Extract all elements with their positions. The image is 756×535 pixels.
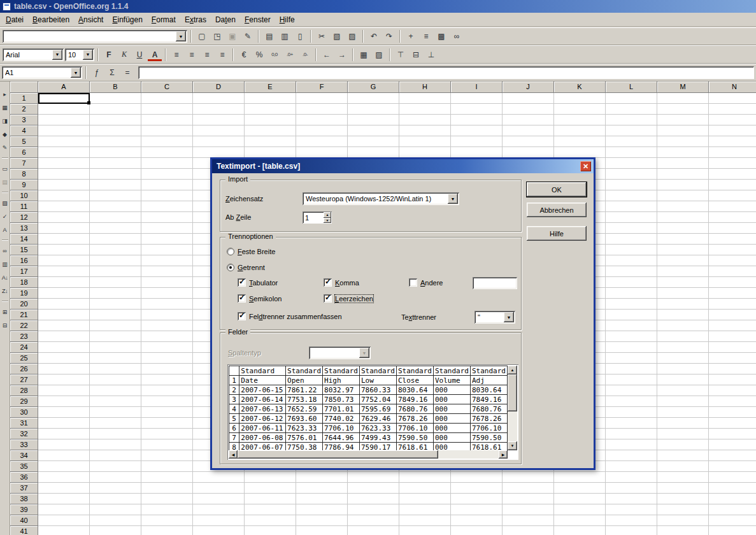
from-row-spinner[interactable]: 1 ▲ ▼ (303, 211, 332, 224)
preview-horizontal-scrollbar[interactable]: ◀ ▶ (229, 450, 508, 459)
row-header-24[interactable]: 24 (10, 342, 38, 353)
sum-icon[interactable]: Σ (105, 66, 119, 80)
align-center-vertical-icon[interactable]: ⊟ (409, 48, 423, 61)
italic-icon[interactable]: K (117, 48, 131, 61)
row-header-5[interactable]: 5 (10, 136, 38, 147)
row-header-25[interactable]: 25 (10, 353, 38, 364)
formula-input[interactable] (138, 66, 754, 79)
column-header-H[interactable]: H (399, 82, 451, 93)
preview-vertical-scrollbar[interactable]: ▲ ▼ (508, 366, 517, 450)
font-name-combo[interactable]: Arial ▼ (3, 48, 64, 61)
preview-table-viewport[interactable]: StandardStandardStandardStandardStandard… (229, 366, 508, 450)
menu-bearbeiten[interactable]: Bearbeiten (28, 13, 74, 26)
row-header-35[interactable]: 35 (10, 461, 38, 472)
chevron-down-icon[interactable]: ▼ (448, 194, 458, 204)
print-icon[interactable]: ▥ (278, 30, 292, 43)
align-bottom-icon[interactable]: ⊥ (424, 48, 438, 61)
chevron-down-icon[interactable]: ▼ (71, 68, 81, 78)
align-right-icon[interactable]: ≡ (200, 48, 214, 61)
align-left-icon[interactable]: ≡ (169, 48, 183, 61)
navigator-icon[interactable]: + (404, 30, 418, 43)
row-header-32[interactable]: 32 (10, 429, 38, 439)
row-header-37[interactable]: 37 (10, 483, 38, 494)
increase-indent-icon[interactable]: → (335, 48, 349, 61)
form-functions-icon[interactable]: ▭ (0, 164, 10, 173)
preview-column-header-5[interactable]: Standard (396, 366, 433, 376)
function-icon[interactable]: = (120, 66, 134, 80)
active-cell-selection[interactable] (38, 93, 90, 104)
menu-datei[interactable]: Datei (1, 13, 28, 26)
stylist-icon[interactable]: ≡ (419, 30, 433, 43)
charset-combo[interactable]: Westeuropa (Windows-1252/WinLatin 1) ▼ (303, 192, 459, 205)
row-header-2[interactable]: 2 (10, 104, 38, 115)
page-preview-icon[interactable]: ▯ (293, 30, 307, 43)
row-header-7[interactable]: 7 (10, 158, 38, 169)
menu-einfügen[interactable]: Einfügen (108, 13, 146, 26)
menu-fenster[interactable]: Fenster (240, 13, 275, 26)
merge-delimiters-checkbox[interactable]: Feldtrenner zusammenfassen (238, 312, 342, 320)
space-checkbox[interactable]: Leerzeichen (324, 294, 373, 303)
row-header-21[interactable]: 21 (10, 310, 38, 320)
row-header-16[interactable]: 16 (10, 255, 38, 266)
horizontal-scroll-thumb[interactable] (238, 450, 438, 459)
underline-icon[interactable]: U (132, 48, 146, 61)
row-header-1[interactable]: 1 (10, 93, 38, 104)
vertical-scroll-thumb[interactable] (508, 374, 517, 411)
row-header-28[interactable]: 28 (10, 385, 38, 396)
column-header-M[interactable]: M (657, 82, 709, 93)
fixed-width-radio[interactable]: Feste Breite (227, 248, 275, 255)
font-color-icon[interactable]: A (148, 48, 162, 61)
ok-button[interactable]: OK (527, 182, 587, 197)
tab-checkbox[interactable]: Tabulator (238, 278, 278, 287)
row-header-18[interactable]: 18 (10, 277, 38, 288)
spin-up-icon[interactable]: ▲ (324, 212, 331, 218)
row-header-27[interactable]: 27 (10, 374, 38, 385)
menu-ansicht[interactable]: Ansicht (74, 13, 108, 26)
column-header-B[interactable]: B (90, 82, 141, 93)
row-header-17[interactable]: 17 (10, 266, 38, 277)
row-header-33[interactable]: 33 (10, 439, 38, 450)
borders-icon[interactable]: ▦ (357, 48, 371, 61)
paste-icon[interactable]: ▨ (345, 30, 359, 43)
preview-column-header-6[interactable]: Standard (433, 366, 470, 376)
redo-icon[interactable]: ↷ (382, 30, 396, 43)
row-header-10[interactable]: 10 (10, 190, 38, 201)
decrease-indent-icon[interactable]: ← (320, 48, 334, 61)
row-header-36[interactable]: 36 (10, 472, 38, 483)
other-checkbox[interactable]: Andere (409, 278, 443, 287)
preview-column-header-1[interactable]: Standard (239, 366, 286, 376)
column-header-L[interactable]: L (606, 82, 657, 93)
row-header-20[interactable]: 20 (10, 299, 38, 310)
scroll-left-icon[interactable]: ◀ (229, 450, 238, 459)
row-header-30[interactable]: 30 (10, 407, 38, 418)
dialog-titlebar[interactable]: Textimport - [table.csv] ✕ (212, 159, 594, 173)
row-header-14[interactable]: 14 (10, 234, 38, 245)
number-format-standard-icon[interactable]: 0,0 (267, 48, 282, 61)
chevron-down-icon[interactable]: ▼ (52, 50, 62, 60)
copy-icon[interactable]: ▧ (330, 30, 344, 43)
row-header-3[interactable]: 3 (10, 115, 38, 125)
column-header-D[interactable]: D (193, 82, 245, 93)
separated-radio[interactable]: Getrennt (227, 264, 265, 271)
font-size-combo[interactable]: 10 ▼ (65, 48, 94, 61)
row-header-40[interactable]: 40 (10, 515, 38, 526)
scroll-down-icon[interactable]: ▼ (508, 441, 517, 450)
draw-functions-icon[interactable]: ✎ (0, 143, 10, 152)
column-header-I[interactable]: I (451, 82, 503, 93)
number-format-currency-icon[interactable]: € (237, 48, 251, 61)
column-header-F[interactable]: F (296, 82, 348, 93)
spin-down-icon[interactable]: ▼ (324, 218, 331, 224)
scroll-up-icon[interactable]: ▲ (508, 366, 517, 374)
load-url-combo[interactable]: ▼ (3, 30, 187, 43)
row-header-9[interactable]: 9 (10, 180, 38, 190)
comma-checkbox[interactable]: Komma (324, 278, 359, 287)
insert-object-icon[interactable]: ◆ (0, 129, 10, 139)
semicolon-checkbox[interactable]: Semikolon (238, 294, 282, 303)
row-header-4[interactable]: 4 (10, 125, 38, 136)
background-color-icon[interactable]: ▨ (372, 48, 386, 61)
row-header-23[interactable]: 23 (10, 331, 38, 342)
gallery-icon[interactable]: ▩ (434, 30, 448, 43)
datapilot-icon[interactable]: ▥ (0, 259, 10, 269)
row-header-38[interactable]: 38 (10, 494, 38, 504)
column-header-K[interactable]: K (554, 82, 606, 93)
